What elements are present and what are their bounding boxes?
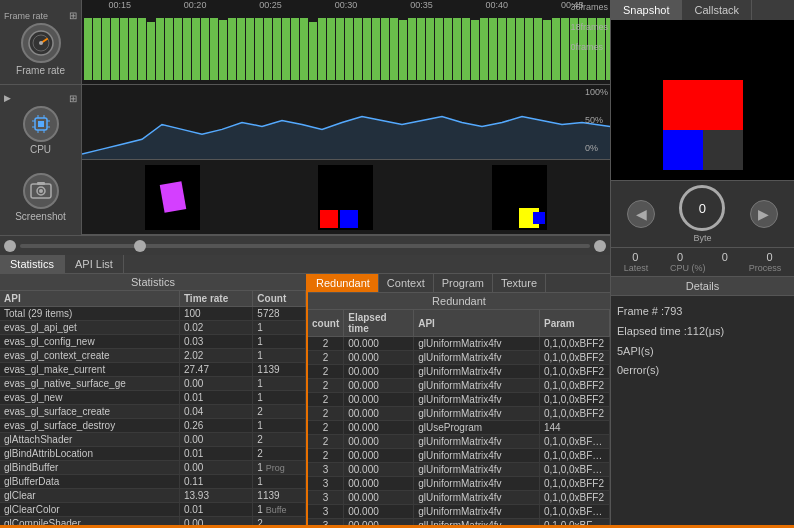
chart-bar <box>552 18 560 80</box>
rcell-elapsed: 00.000 <box>344 463 414 477</box>
stats-cell-api: evas_gl_api_get <box>0 321 179 335</box>
col-count[interactable]: Count <box>253 291 306 307</box>
cpu-icon <box>29 112 53 136</box>
stats-cell-count: 2 <box>253 405 306 419</box>
rcell-elapsed: 00.000 <box>344 449 414 463</box>
tab-statistics[interactable]: Statistics <box>0 255 65 273</box>
chart-bar <box>174 18 182 80</box>
col-api[interactable]: API <box>0 291 179 307</box>
thumb-1[interactable] <box>145 165 200 230</box>
svg-rect-17 <box>37 182 45 185</box>
stats-table-scroll[interactable]: API Time rate Count Total (29 items)1005… <box>0 291 306 528</box>
stats-cell-count: 2 <box>253 433 306 447</box>
rcell-param: 0,1,0,0xBFF2 <box>540 379 610 393</box>
chart-bar <box>300 18 308 80</box>
tab-api-list[interactable]: API List <box>65 255 124 273</box>
slider-thumb[interactable] <box>134 240 146 252</box>
screenshot-icon-circle <box>23 173 59 209</box>
chart-bar <box>255 18 263 80</box>
snapshot-tabs: Snapshot Callstack <box>611 0 794 20</box>
slider-track[interactable] <box>20 244 590 248</box>
rcell-elapsed: 00.000 <box>344 351 414 365</box>
rcol-param[interactable]: Param <box>540 310 610 337</box>
redundant-scroll[interactable]: count Elapsed time API Param 200.000glUn… <box>308 310 610 528</box>
screenshot-thumbnails <box>82 160 610 234</box>
chart-bar <box>273 18 281 80</box>
elapsed-time: Elapsed time :112(μs) <box>617 322 788 342</box>
redundant-title: Redundant <box>308 293 610 310</box>
chart-bar <box>381 18 389 80</box>
rcell-api: glUniformMatrix4fv <box>414 337 540 351</box>
speedometer-icon <box>27 29 55 57</box>
chart-bar <box>534 18 542 80</box>
redundant-panel: Redundant Context Program Texture Redund… <box>308 274 610 528</box>
redundant-table: count Elapsed time API Param 200.000glUn… <box>308 310 610 528</box>
redundant-tabs: Redundant Context Program Texture <box>308 274 610 293</box>
rcell-count: 2 <box>308 393 344 407</box>
stats-cell-count: 1 <box>253 475 306 489</box>
stats-table-title: Statistics <box>0 274 306 291</box>
frame-rate-btn[interactable]: Frame rate <box>16 23 65 76</box>
stats-cell-count: 1 <box>253 349 306 363</box>
chart-bar <box>345 18 353 80</box>
expand-frame-icon[interactable]: ⊞ <box>69 10 77 21</box>
thumb-3[interactable] <box>492 165 547 230</box>
stats-cell-time: 0.04 <box>179 405 252 419</box>
tab-callstack[interactable]: Callstack <box>682 0 752 20</box>
tab-redundant[interactable]: Redundant <box>308 274 379 292</box>
label-latest: Latest <box>624 263 649 273</box>
stats-cell-time: 0.03 <box>179 335 252 349</box>
rcell-count: 3 <box>308 463 344 477</box>
frame-rate-side: Frame rate ⊞ Frame rate <box>0 0 82 84</box>
next-btn[interactable]: ▶ <box>750 200 778 228</box>
chart-bar <box>498 18 506 80</box>
screenshot-btn[interactable]: Screenshot <box>15 173 66 222</box>
slider-left-icon[interactable] <box>4 240 16 252</box>
rcell-param: 0,1,0,0xBFF2A <box>540 449 610 463</box>
chart-bar <box>138 18 146 80</box>
error-count: 0error(s) <box>617 361 788 381</box>
thumb-2[interactable] <box>318 165 373 230</box>
rcol-api[interactable]: API <box>414 310 540 337</box>
tab-snapshot[interactable]: Snapshot <box>611 0 682 20</box>
statistics-section: Statistics API List Statistics API Time … <box>0 255 610 528</box>
cpu-pct-labels: 100% 50% 0% <box>585 87 608 153</box>
stats-cell-count: 1 <box>253 377 306 391</box>
rcell-api: glUniformMatrix4fv <box>414 491 540 505</box>
col-time-rate[interactable]: Time rate <box>179 291 252 307</box>
rcol-count[interactable]: count <box>308 310 344 337</box>
rcell-count: 2 <box>308 449 344 463</box>
cpu-btn[interactable]: CPU <box>23 106 59 155</box>
stats-cell-time: 27.47 <box>179 363 252 377</box>
rcol-elapsed[interactable]: Elapsed time <box>344 310 414 337</box>
expand-cpu-icon[interactable]: ⊞ <box>69 93 77 104</box>
stats-cell-api: evas_gl_native_surface_ge <box>0 377 179 391</box>
stats-cell-api: glAttachShader <box>0 433 179 447</box>
metric-cpu: 0 <box>677 251 683 263</box>
prev-btn[interactable]: ◀ <box>627 200 655 228</box>
rcell-elapsed: 00.000 <box>344 337 414 351</box>
cpu-wave-svg <box>82 85 610 159</box>
rcell-count: 2 <box>308 407 344 421</box>
stats-cell-count: 1 <box>253 321 306 335</box>
rcell-elapsed: 00.000 <box>344 407 414 421</box>
rcell-param: 0,1,0,0xBFF2 <box>540 393 610 407</box>
stats-cell-count: 1139 <box>253 363 306 377</box>
rcell-param: 0,1,0,0xBFF2A <box>540 435 610 449</box>
rcell-api: glUniformMatrix4fv <box>414 407 540 421</box>
tab-program[interactable]: Program <box>434 274 493 292</box>
stats-cell-time: 0.01 <box>179 447 252 461</box>
tab-context[interactable]: Context <box>379 274 434 292</box>
chart-bar <box>471 20 479 80</box>
chart-bar <box>93 18 101 80</box>
rcell-api: glUseProgram <box>414 421 540 435</box>
rcell-api: glUniformMatrix4fv <box>414 351 540 365</box>
slider-right-icon[interactable] <box>594 240 606 252</box>
rcell-count: 2 <box>308 351 344 365</box>
metrics-row: 0 0 0 0 Latest CPU (%) Process <box>611 247 794 277</box>
cpu-chart: 100% 50% 0% <box>82 85 610 159</box>
chart-bar <box>336 18 344 80</box>
tab-texture[interactable]: Texture <box>493 274 546 292</box>
frame-rate-section: Frame rate ⊞ Frame rate <box>0 0 610 85</box>
stats-cell-time: 0.26 <box>179 419 252 433</box>
